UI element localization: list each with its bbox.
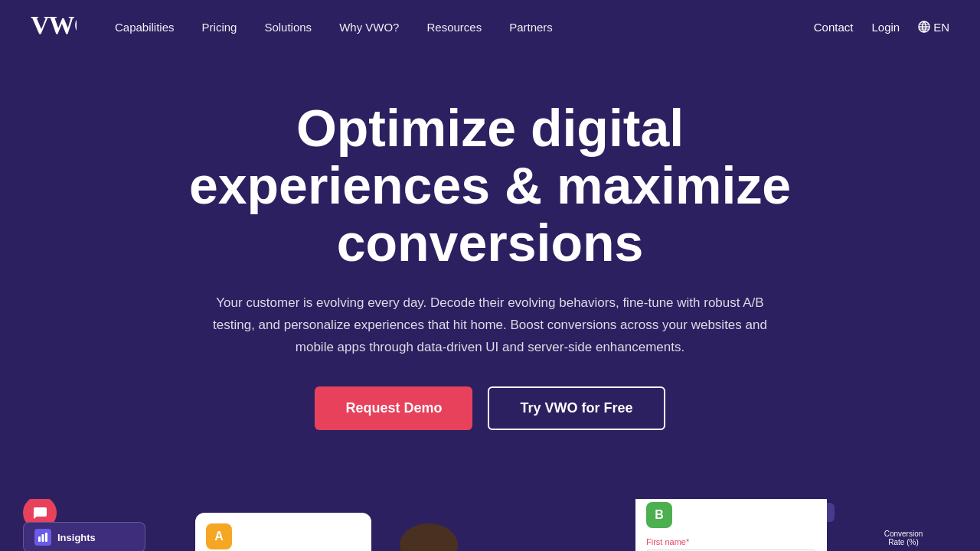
nav-links: Capabilities Pricing Solutions Why VWO? … — [115, 21, 814, 34]
hero-title: Optimize digital experiences & maximize … — [161, 99, 819, 271]
card-b-firstname-label: First name* — [646, 537, 816, 546]
chat-icon — [31, 504, 48, 521]
try-free-button[interactable]: Try VWO for Free — [488, 386, 665, 430]
insights-badge: Insights — [23, 522, 145, 551]
conversion-chart: ConversionRate (%) — [842, 530, 965, 551]
card-b: B First name* Email* — [635, 499, 827, 551]
hero-section: Optimize digital experiences & maximize … — [145, 54, 835, 499]
chart-icon — [38, 532, 48, 543]
preview-area: Insights Drop off 80% A First name* Emai… — [0, 499, 980, 551]
card-a-badge: A — [206, 523, 232, 549]
globe-icon — [918, 21, 930, 33]
chart-label: ConversionRate (%) — [842, 530, 965, 546]
insights-icon — [34, 529, 51, 546]
nav-login[interactable]: Login — [871, 21, 900, 34]
nav-resources[interactable]: Resources — [426, 21, 482, 34]
logo[interactable]: VWO — [31, 11, 77, 44]
nav-contact[interactable]: Contact — [814, 21, 854, 34]
card-b-badge: B — [646, 502, 672, 528]
nav-why-vwo[interactable]: Why VWO? — [339, 21, 399, 34]
insights-label: Insights — [57, 532, 96, 543]
svg-point-8 — [400, 523, 458, 551]
person-image — [329, 499, 528, 551]
svg-rect-4 — [45, 533, 47, 542]
svg-rect-2 — [38, 536, 41, 542]
request-demo-button[interactable]: Request Demo — [315, 386, 472, 430]
nav-solutions[interactable]: Solutions — [264, 21, 312, 34]
svg-rect-3 — [42, 534, 44, 542]
nav-language[interactable]: EN — [918, 21, 949, 34]
nav-pricing[interactable]: Pricing — [202, 21, 237, 34]
lang-label: EN — [933, 21, 949, 34]
svg-text:VWO: VWO — [31, 11, 77, 38]
nav-right: Contact Login EN — [814, 21, 949, 34]
nav-capabilities[interactable]: Capabilities — [115, 21, 175, 34]
hero-subtitle: Your customer is evolving every day. Dec… — [199, 292, 781, 359]
navbar: VWO Capabilities Pricing Solutions Why V… — [0, 0, 980, 54]
hero-buttons: Request Demo Try VWO for Free — [161, 386, 819, 430]
person-silhouette — [329, 499, 528, 551]
nav-partners[interactable]: Partners — [509, 21, 553, 34]
